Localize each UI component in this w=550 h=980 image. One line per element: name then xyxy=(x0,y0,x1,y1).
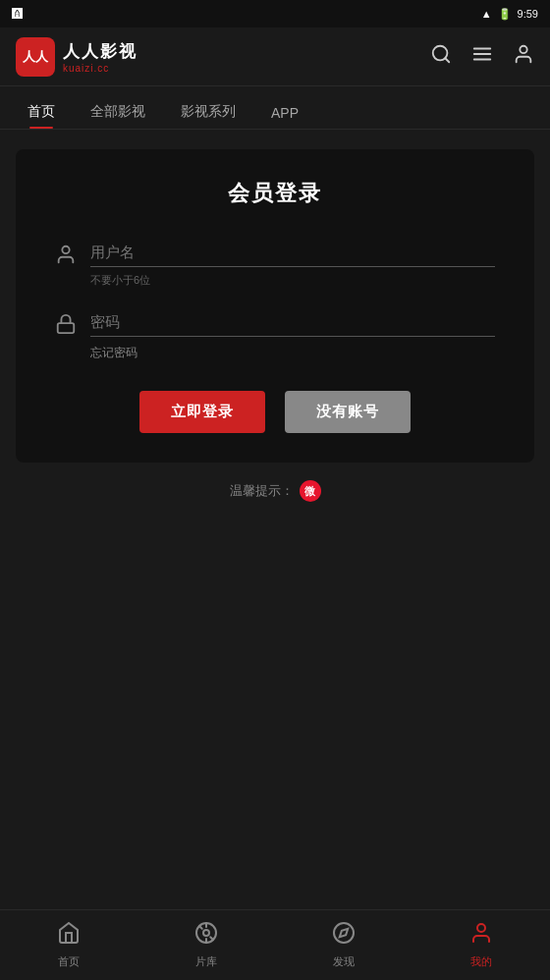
svg-point-14 xyxy=(334,923,354,943)
time-display: 9:59 xyxy=(518,8,538,20)
film-icon xyxy=(194,921,218,951)
username-input[interactable] xyxy=(90,238,495,267)
bottom-nav-library-label: 片库 xyxy=(195,954,217,969)
svg-line-12 xyxy=(199,926,202,929)
lock-icon xyxy=(55,313,77,340)
svg-point-6 xyxy=(62,246,69,253)
weibo-icon[interactable]: 微 xyxy=(300,480,321,502)
username-body: 不要小于6位 xyxy=(90,238,495,288)
battery-icon: 🔋 xyxy=(498,8,512,21)
warm-tip-text: 温馨提示： xyxy=(230,482,294,500)
menu-icon[interactable] xyxy=(471,43,493,70)
password-body: 忘记密码 xyxy=(90,307,495,361)
nav-tabs: 首页 全部影视 影视系列 APP xyxy=(0,86,550,130)
warm-tip: 温馨提示： 微 xyxy=(16,463,534,519)
username-field: 不要小于6位 xyxy=(55,238,495,288)
profile-icon xyxy=(469,921,493,951)
bottom-nav-discover[interactable]: 发现 xyxy=(275,921,412,969)
forgot-password-link[interactable]: 忘记密码 xyxy=(90,345,495,361)
svg-line-1 xyxy=(445,58,449,62)
login-button[interactable]: 立即登录 xyxy=(139,391,265,433)
bottom-navigation: 首页 片库 发现 我的 xyxy=(0,909,550,980)
home-icon xyxy=(57,921,81,951)
logo-area: 人人 人人影视 kuaizi.cc xyxy=(16,37,138,77)
svg-point-5 xyxy=(520,46,526,53)
app-name: 人人影视 xyxy=(63,40,138,63)
username-hint: 不要小于6位 xyxy=(90,273,495,288)
header-icons xyxy=(430,43,534,70)
svg-rect-7 xyxy=(58,323,75,333)
search-icon[interactable] xyxy=(430,43,452,70)
tab-all-movies[interactable]: 全部影视 xyxy=(73,95,163,129)
main-content: 会员登录 不要小于6位 忘记密码 xyxy=(0,130,550,539)
bottom-nav-home-label: 首页 xyxy=(58,954,80,969)
register-button[interactable]: 没有账号 xyxy=(285,391,411,433)
tab-home[interactable]: 首页 xyxy=(10,95,73,129)
bottom-nav-discover-label: 发现 xyxy=(333,954,355,969)
login-title: 会员登录 xyxy=(55,179,495,208)
button-row: 立即登录 没有账号 xyxy=(55,391,495,433)
password-input[interactable] xyxy=(90,307,495,337)
discover-icon xyxy=(332,921,356,951)
bottom-nav-profile-label: 我的 xyxy=(470,954,492,969)
android-icon: 🅰 xyxy=(12,8,23,20)
app-header: 人人 人人影视 kuaizi.cc xyxy=(0,27,550,86)
wifi-icon: ▲ xyxy=(481,8,492,20)
logo-icon: 人人 xyxy=(16,37,55,77)
username-icon xyxy=(55,244,77,270)
svg-line-13 xyxy=(210,937,213,940)
svg-point-9 xyxy=(203,930,209,936)
status-bar: 🅰 ▲ 🔋 9:59 xyxy=(0,0,550,27)
logo-text-area: 人人影视 kuaizi.cc xyxy=(63,40,138,74)
bottom-nav-profile[interactable]: 我的 xyxy=(412,921,550,969)
bottom-nav-library[interactable]: 片库 xyxy=(138,921,275,969)
svg-point-16 xyxy=(477,924,485,932)
tab-series[interactable]: 影视系列 xyxy=(163,95,253,129)
login-card: 会员登录 不要小于6位 忘记密码 xyxy=(16,149,534,463)
svg-marker-15 xyxy=(340,929,348,937)
tab-app[interactable]: APP xyxy=(253,97,316,129)
app-domain: kuaizi.cc xyxy=(63,63,138,74)
password-field: 忘记密码 xyxy=(55,307,495,361)
bottom-nav-home[interactable]: 首页 xyxy=(0,921,138,969)
user-icon[interactable] xyxy=(513,43,534,70)
